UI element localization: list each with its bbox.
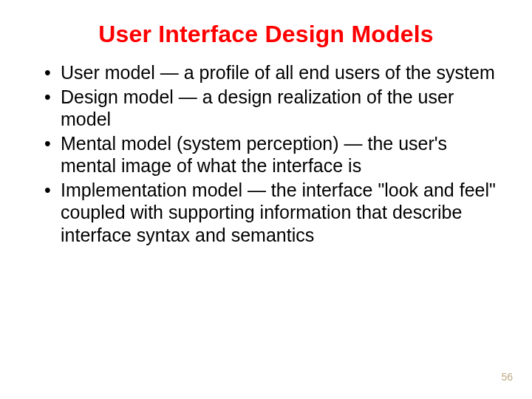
list-item: Implementation model — the interface "lo…	[44, 179, 505, 247]
list-item: Mental model (system perception) — the u…	[44, 132, 505, 177]
slide-title: User Interface Design Models	[27, 21, 505, 48]
bullet-list: User model — a profile of all end users …	[27, 61, 505, 246]
page-number: 56	[501, 371, 513, 383]
list-item: User model — a profile of all end users …	[44, 61, 505, 84]
list-item: Design model — a design realization of t…	[44, 86, 505, 131]
